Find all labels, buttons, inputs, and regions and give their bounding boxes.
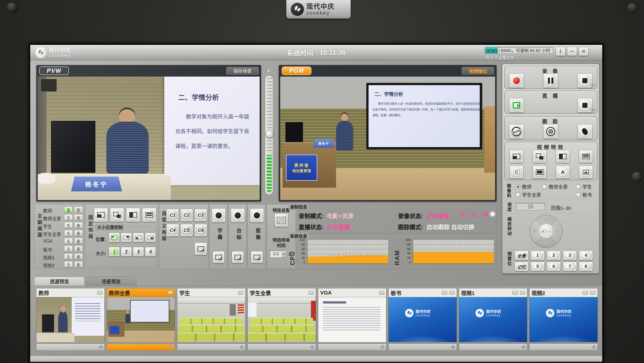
thumbnail-image[interactable] xyxy=(318,297,386,342)
fx-caption-button[interactable]: C xyxy=(509,166,524,179)
custom-c3-button[interactable]: C3 xyxy=(194,209,207,221)
preset-3-button[interactable]: 3 xyxy=(563,251,577,260)
live-settings-gear-icon[interactable] xyxy=(590,108,595,113)
custom-layout-edit-button[interactable] xyxy=(194,243,207,255)
gear-icon[interactable] xyxy=(592,345,596,349)
folder-icon[interactable] xyxy=(442,291,447,294)
layout-fullscreen-button[interactable] xyxy=(94,208,108,222)
source-student-wide-main-button[interactable]: 主 xyxy=(64,230,73,236)
camera-option-student-wide[interactable]: 学生全景 xyxy=(515,191,541,198)
film-icon[interactable] xyxy=(590,291,595,294)
info-button[interactable]: i xyxy=(555,47,566,56)
gear-icon[interactable] xyxy=(451,345,455,349)
thumbnail-board[interactable]: 板书 现代中庆zonekey xyxy=(388,288,457,351)
manual-mouse-button[interactable] xyxy=(577,124,592,139)
chevron-down-icon[interactable] xyxy=(282,251,286,257)
position-br-button[interactable] xyxy=(145,233,156,242)
folder-icon[interactable] xyxy=(512,291,517,294)
live-start-button[interactable] xyxy=(509,98,524,113)
preset-8-button[interactable]: 8 xyxy=(579,262,593,271)
position-bl-button[interactable] xyxy=(133,233,144,242)
record-stop-button[interactable] xyxy=(577,73,592,88)
station-logo-toggle-button[interactable] xyxy=(231,208,245,222)
source-vga-sub-button[interactable]: 副 xyxy=(74,238,83,244)
custom-c2-button[interactable]: C2 xyxy=(180,209,193,221)
meter-knob[interactable] xyxy=(265,130,273,138)
fx-letter-button[interactable]: A xyxy=(556,166,570,179)
subtitle-toggle-button[interactable] xyxy=(212,208,226,222)
source-board-sub-button[interactable]: 副 xyxy=(74,246,83,252)
target-track-button[interactable] xyxy=(543,124,558,139)
tab-resource-preview[interactable]: 资源预览 xyxy=(34,277,85,286)
preset-memory-button[interactable]: 记忆 xyxy=(514,262,529,271)
pan-left-button[interactable] xyxy=(532,228,536,234)
zoom-in-button[interactable]: + xyxy=(540,229,546,233)
source-teacher-wide-sub-button[interactable]: 副 xyxy=(74,214,83,220)
thumbnail-vga[interactable]: VGA xyxy=(318,288,386,351)
thumbnail-teacher-wide[interactable]: 教师全景 xyxy=(107,288,175,351)
fx-overlap-button[interactable] xyxy=(533,150,547,163)
preset-5-button[interactable]: 5 xyxy=(531,262,545,271)
source-student-main-button[interactable]: 主 xyxy=(64,222,73,228)
live-stop-button[interactable] xyxy=(577,98,592,113)
custom-c6-button[interactable]: C6 xyxy=(194,224,207,237)
custom-c4-button[interactable]: C4 xyxy=(166,224,179,237)
fx-photo-button[interactable] xyxy=(579,166,593,179)
custom-c5-button[interactable]: C5 xyxy=(180,224,193,237)
camera-option-student[interactable]: 学生 xyxy=(576,183,592,190)
position-tr-button[interactable] xyxy=(121,233,132,242)
zoom-out-button[interactable]: − xyxy=(546,229,552,233)
fx-split-button[interactable] xyxy=(556,150,570,163)
pgm-button[interactable]: PGM xyxy=(282,67,311,75)
pan-right-button[interactable] xyxy=(556,228,560,234)
gear-icon[interactable] xyxy=(169,345,173,349)
record-start-button[interactable] xyxy=(509,73,524,88)
preset-1-button[interactable]: 1 xyxy=(531,251,545,260)
preset-panorama-button[interactable]: 全景 xyxy=(514,251,529,260)
close-button[interactable]: × xyxy=(579,47,589,56)
thumbnail-student-wide[interactable]: 学生全景 xyxy=(248,288,316,351)
thumbnail-video2[interactable]: 视频2 现代中庆zonekey xyxy=(529,288,598,351)
source-video1-main-button[interactable]: 主 xyxy=(64,253,73,259)
keying-edit-button[interactable] xyxy=(251,251,263,263)
thumbnail-image[interactable] xyxy=(177,297,246,342)
film-icon[interactable] xyxy=(450,291,455,294)
minimize-button[interactable]: − xyxy=(567,47,577,56)
thumbnail-image[interactable] xyxy=(36,297,105,342)
gear-icon[interactable] xyxy=(521,345,526,349)
effects-duration-dropdown[interactable]: 0.5 xyxy=(270,251,286,258)
gear-icon[interactable] xyxy=(381,345,385,349)
size-4-button[interactable]: 4 xyxy=(145,247,156,256)
thumbnail-student[interactable]: 学生 xyxy=(177,288,246,351)
pgm-video[interactable]: 二、学情分析 教学对象为刚开入高一年级的新同学，信息技术基础参差不齐，对学习信息… xyxy=(280,77,495,200)
source-video2-main-button[interactable]: 主 xyxy=(64,261,73,267)
source-student-wide-sub-button[interactable]: 副 xyxy=(74,230,83,236)
gear-icon[interactable] xyxy=(240,345,244,349)
size-2-button[interactable]: 2 xyxy=(121,247,132,256)
thumbnail-teacher[interactable]: 教师 xyxy=(36,288,105,351)
pan-down-button[interactable] xyxy=(543,241,549,245)
custom-c1-button[interactable]: C1 xyxy=(166,209,179,221)
camera-option-teacher-wide[interactable]: 教师全景 xyxy=(542,183,568,190)
thumbnail-video1[interactable]: 视频1 现代中庆zonekey xyxy=(459,288,527,351)
source-video1-sub-button[interactable]: 副 xyxy=(74,253,83,259)
station-logo-edit-button[interactable] xyxy=(232,251,244,263)
layout-blinds-button[interactable] xyxy=(142,208,156,222)
preset-7-button[interactable]: 7 xyxy=(563,262,577,271)
speed-input[interactable] xyxy=(516,203,545,210)
thumbnail-image[interactable] xyxy=(107,297,175,342)
fx-pip-button[interactable] xyxy=(509,150,524,163)
gear-icon[interactable] xyxy=(99,345,103,349)
camera-option-teacher[interactable]: 教师 xyxy=(515,183,532,190)
source-board-main-button[interactable]: 主 xyxy=(64,246,73,252)
pvw-button[interactable]: PVW xyxy=(39,67,69,75)
source-video2-sub-button[interactable]: 副 xyxy=(74,261,83,267)
source-teacher-sub-button[interactable]: 副 xyxy=(74,207,83,213)
source-student-sub-button[interactable]: 副 xyxy=(74,222,83,228)
source-vga-main-button[interactable]: 主 xyxy=(64,238,73,244)
pan-up-button[interactable] xyxy=(543,217,549,221)
film-icon[interactable] xyxy=(520,291,525,294)
subtitle-edit-button[interactable] xyxy=(213,251,225,263)
thumbnail-image[interactable] xyxy=(248,297,316,342)
fx-blinds-button[interactable] xyxy=(579,150,593,163)
